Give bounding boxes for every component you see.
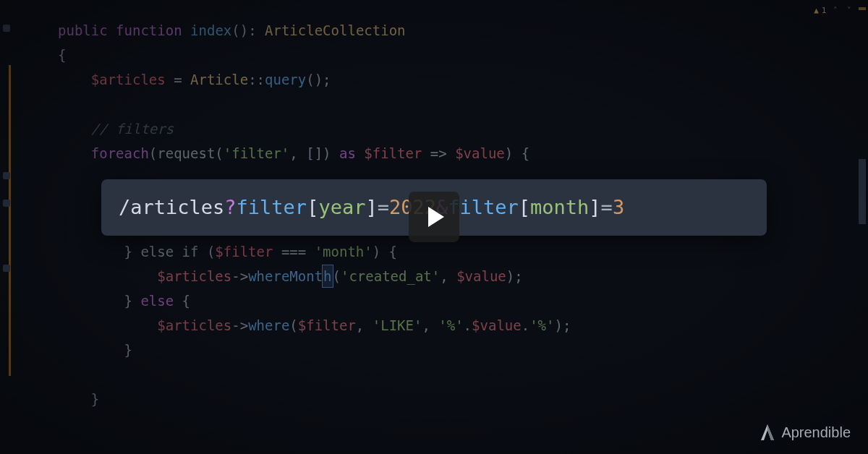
code-line: foreach(request('filter', []) as $filter… xyxy=(58,141,868,166)
code-line: } else if ($filter === 'month') { xyxy=(58,239,868,264)
warning-icon: ▲ xyxy=(814,4,819,17)
code-line: { xyxy=(58,43,868,67)
code-line: $articles->whereMonth('created_at', $val… xyxy=(58,264,868,288)
scrollbar-thumb[interactable] xyxy=(859,159,866,224)
brand-text: Aprendible xyxy=(781,421,851,444)
warning-count: 1 xyxy=(822,4,827,17)
play-icon xyxy=(428,207,444,227)
play-button[interactable] xyxy=(409,192,459,242)
brand-watermark: Aprendible xyxy=(760,421,851,444)
inspection-warning-badge[interactable]: ▲1 ˄ ˅ xyxy=(814,4,854,17)
scrollbar-marker xyxy=(859,7,866,10)
nav-arrows-icon[interactable]: ˄ ˅ xyxy=(833,4,854,17)
code-line-blank xyxy=(58,92,868,116)
code-line: $articles = Article::query(); xyxy=(58,67,868,92)
code-line: // filters xyxy=(58,116,868,141)
brand-logo-icon xyxy=(760,423,775,442)
code-line: $articles->where($filter, 'LIKE', '%'.$v… xyxy=(58,313,868,338)
code-line: } xyxy=(58,387,868,411)
code-line: } xyxy=(58,338,868,362)
code-line-blank xyxy=(58,362,868,387)
code-line: } else { xyxy=(58,288,868,313)
url-path: /articles xyxy=(119,192,224,223)
scrollbar[interactable] xyxy=(859,0,866,454)
text-cursor: h xyxy=(322,265,333,288)
code-line: public function index(): ArticleCollecti… xyxy=(58,18,868,43)
